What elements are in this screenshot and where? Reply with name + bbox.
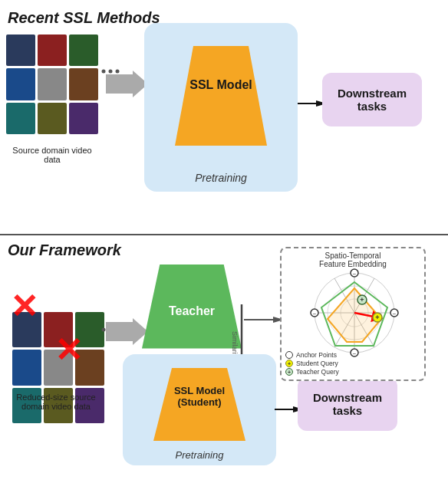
source-label-top: Source domain video data [6, 146, 98, 164]
downstream-label-top: Downstreamtasks [338, 87, 407, 113]
reduced-label: Reduced-size source domain video data [6, 393, 106, 411]
svg-point-8 [102, 328, 106, 332]
video-thumb-3 [69, 34, 98, 66]
bottom-section: Our Framework ✕ ✕ [0, 235, 448, 483]
ssl-model-label: SSL Model [183, 78, 259, 92]
teacher-label: Teacher [169, 304, 215, 318]
svg-text:−: − [353, 350, 357, 357]
anchor-icon [285, 351, 293, 359]
video-thumb-4 [6, 68, 35, 100]
anchor-label: Anchor Points [296, 351, 337, 359]
diagram: Recent SSL Methods SSL Model Pr [0, 0, 448, 483]
svg-marker-3 [106, 71, 148, 97]
video-thumb-2 [38, 34, 67, 66]
svg-text:−: − [353, 271, 357, 278]
pretraining-label-top: Pretraining [195, 172, 247, 184]
radar-container: Spatio-TemporalFeature Embedding [280, 247, 426, 381]
arrow-to-radar [244, 312, 284, 327]
teacher-icon: + [285, 368, 293, 376]
legend-teacher: + Teacher Query [285, 368, 339, 376]
downstream-box-top: Downstreamtasks [322, 73, 422, 127]
ssl-student-label: SSL Model(Student) [157, 385, 242, 408]
svg-text:+: + [360, 296, 364, 304]
svg-text:−: − [313, 310, 317, 317]
student-icon: + [285, 360, 293, 367]
teacher-query-label: Teacher Query [296, 368, 339, 376]
video-thumb-7 [6, 103, 35, 134]
bottom-title: Our Framework [8, 242, 121, 259]
video-thumb-9 [69, 103, 98, 134]
ssl-container-top: SSL Model Pretraining [144, 23, 298, 192]
downstream-box-bottom: Downstreamtasks [298, 377, 397, 431]
radar-chart: − − − − + + [289, 265, 420, 365]
big-arrow-top [106, 71, 148, 97]
student-label: Student Query [296, 360, 338, 367]
top-title: Recent SSL Methods [8, 9, 160, 27]
svg-text:+: + [375, 314, 379, 321]
radar-legend: Anchor Points + Student Query + Teacher … [285, 351, 339, 376]
legend-student: + Student Query [285, 360, 339, 367]
video-thumb-5 [38, 68, 67, 100]
top-section: Recent SSL Methods SSL Model Pr [0, 0, 448, 234]
svg-point-0 [102, 70, 106, 74]
video-thumb-6 [69, 68, 98, 100]
svg-text:−: − [393, 310, 397, 317]
video-thumb-b6 [75, 350, 104, 385]
video-thumb-b4 [12, 350, 41, 385]
teacher-container: Teacher [142, 262, 242, 350]
downstream-label-bottom: Downstreamtasks [313, 391, 382, 417]
legend-anchor: Anchor Points [285, 351, 339, 359]
ssl-trapezoid [175, 46, 267, 146]
video-thumb-1 [6, 34, 35, 66]
video-thumb-b1 [12, 312, 41, 347]
video-thumb-b2 [44, 312, 73, 347]
video-thumb-8 [38, 103, 67, 134]
video-grid-top [6, 34, 98, 134]
pretraining-label-bottom: Pretraining [176, 449, 224, 461]
ssl-container-bottom: SSL Model(Student) Pretraining [123, 354, 276, 465]
video-thumb-b5 [44, 350, 73, 385]
